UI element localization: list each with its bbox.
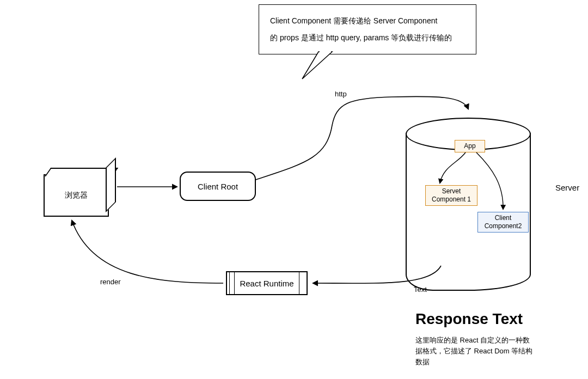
server-component-1-label: Servet Component 1 xyxy=(432,187,471,203)
app-label: App xyxy=(464,142,475,150)
response-title: Response Text xyxy=(415,310,523,328)
bubble-line-2: 的 props 是通过 http query, params 等负载进行传输的 xyxy=(270,29,465,46)
bubble-line-1: Client Component 需要传递给 Server Component xyxy=(270,13,465,29)
render-edge-label: render xyxy=(100,278,121,286)
server-component-1-chip: Servet Component 1 xyxy=(425,185,477,206)
speech-bubble: Client Component 需要传递给 Server Component … xyxy=(259,4,476,54)
react-runtime-label: React Runtime xyxy=(240,279,293,288)
client-component-2-label: Client Component2 xyxy=(485,214,522,230)
client-root-label: Client Root xyxy=(198,182,238,191)
http-edge-label: http xyxy=(335,90,347,98)
react-runtime-node: React Runtime xyxy=(226,271,308,295)
app-chip: App xyxy=(455,140,485,152)
client-component-2-chip: Client Component2 xyxy=(477,212,529,233)
text-edge-label: Text xyxy=(414,285,427,294)
client-root-node: Client Root xyxy=(180,172,256,201)
browser-node: 浏览器 xyxy=(44,174,109,217)
server-label: Server xyxy=(555,183,579,192)
browser-label: 浏览器 xyxy=(65,191,88,200)
response-body: 这里响应的是 React 自定义的一种数据格式，它描述了 React Dom 等… xyxy=(415,335,535,368)
